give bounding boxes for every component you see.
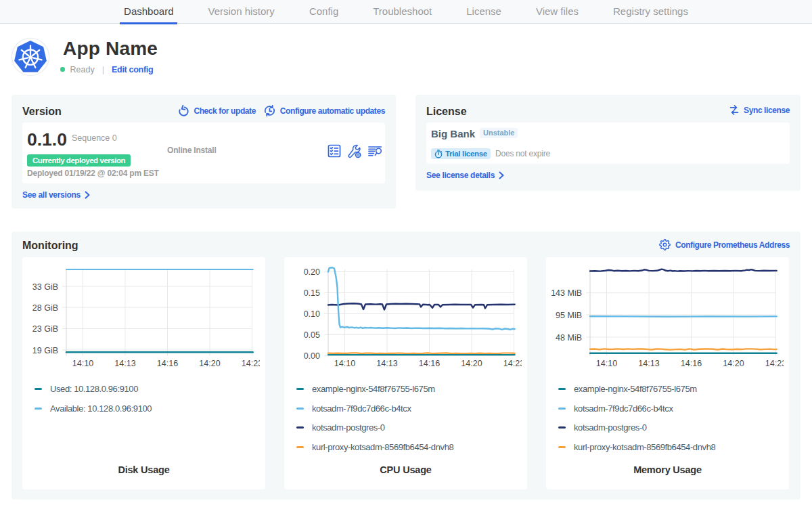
svg-text:14:20: 14:20 [461,359,482,368]
svg-text:33 GiB: 33 GiB [32,282,58,292]
svg-text:14:13: 14:13 [638,359,659,368]
svg-text:14:13: 14:13 [376,359,397,368]
svg-text:48 MiB: 48 MiB [556,333,582,343]
svg-text:14:23: 14:23 [765,359,784,368]
svg-text:95 MiB: 95 MiB [556,311,582,320]
svg-text:143 MiB: 143 MiB [551,288,582,298]
svg-text:0.05: 0.05 [304,330,320,340]
svg-text:0.15: 0.15 [304,288,320,298]
svg-text:19 GiB: 19 GiB [32,346,58,355]
svg-text:28 GiB: 28 GiB [32,303,58,313]
svg-text:14:23: 14:23 [242,359,260,368]
svg-text:14:10: 14:10 [334,359,355,368]
svg-text:23 GiB: 23 GiB [32,324,58,334]
svg-text:14:20: 14:20 [723,359,744,368]
svg-text:14:20: 14:20 [199,359,220,368]
svg-text:14:10: 14:10 [596,359,617,368]
svg-text:14:16: 14:16 [419,359,440,368]
svg-text:0.20: 0.20 [304,267,320,277]
svg-text:14:23: 14:23 [503,359,522,368]
svg-text:14:16: 14:16 [681,359,702,368]
svg-text:14:10: 14:10 [72,359,93,368]
svg-text:14:16: 14:16 [157,359,178,368]
svg-text:14:13: 14:13 [114,359,135,368]
svg-text:0.10: 0.10 [304,309,320,319]
svg-text:0.00: 0.00 [304,351,320,361]
